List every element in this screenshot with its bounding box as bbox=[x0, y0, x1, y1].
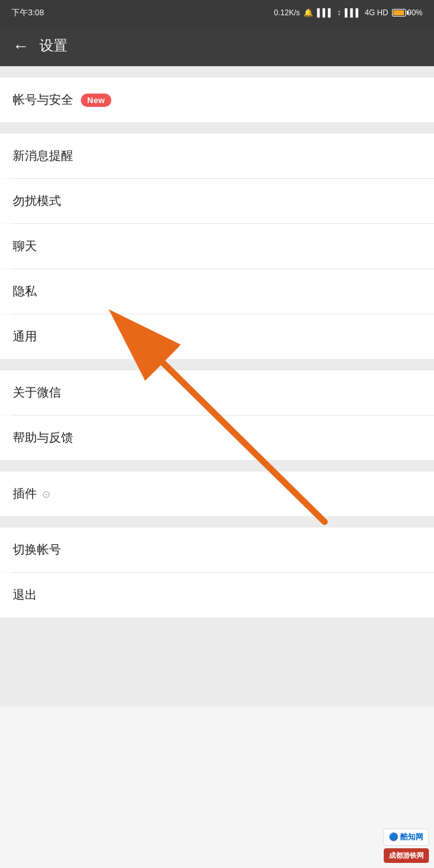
watermark-logo1: 🔵 酷知网 bbox=[383, 829, 429, 846]
back-button[interactable]: ← bbox=[13, 38, 29, 54]
switch-account-label: 切换帐号 bbox=[13, 542, 61, 558]
about-label: 关于微信 bbox=[13, 384, 61, 401]
watermark-area: 🔵 酷知网 成都游铁网 bbox=[378, 823, 434, 868]
menu-item-help[interactable]: 帮助与反馈 bbox=[0, 416, 434, 460]
plugins-label: 插件 bbox=[13, 486, 37, 502]
new-message-label: 新消息提醒 bbox=[13, 148, 73, 164]
account-security-label: 帐号与安全 bbox=[13, 92, 73, 108]
signal-icon: ▌▌▌ bbox=[317, 8, 333, 17]
menu-item-plugins[interactable]: 插件 ⊙ bbox=[0, 472, 434, 516]
section-divider-2 bbox=[0, 359, 434, 370]
signal-icon3: ▌▌▌ bbox=[345, 8, 361, 17]
menu-item-chat[interactable]: 聊天 bbox=[0, 224, 434, 269]
menu-item-general[interactable]: 通用 bbox=[0, 314, 434, 359]
chat-label: 聊天 bbox=[13, 238, 37, 255]
nav-bar: ← 设置 bbox=[0, 25, 434, 66]
battery-percent: 90% bbox=[407, 8, 423, 17]
group-account-actions: 切换帐号 退出 bbox=[0, 528, 434, 617]
menu-item-dnd[interactable]: 勿扰模式 bbox=[0, 179, 434, 223]
menu-item-account-security[interactable]: 帐号与安全 New bbox=[0, 78, 434, 122]
page-wrapper: 下午3:08 0.12K/s 🔔 ▌▌▌ ↕ ▌▌▌ 4G HD 90% ← 设… bbox=[0, 0, 434, 868]
section-divider-3 bbox=[0, 460, 434, 472]
watermark-logo1-text: 🔵 酷知网 bbox=[389, 832, 423, 843]
menu-item-logout[interactable]: 退出 bbox=[0, 573, 434, 617]
network-type: 4G HD bbox=[365, 8, 388, 17]
dnd-label: 勿扰模式 bbox=[13, 193, 61, 209]
network-speed: 0.12K/s bbox=[274, 8, 300, 17]
privacy-label: 隐私 bbox=[13, 283, 37, 300]
help-label: 帮助与反馈 bbox=[13, 430, 73, 446]
group-about: 关于微信 帮助与反馈 bbox=[0, 370, 434, 460]
watermark-logo2-text: 成都游铁网 bbox=[389, 851, 424, 860]
status-time: 下午3:08 bbox=[11, 7, 44, 18]
page-title: 设置 bbox=[39, 36, 67, 55]
new-badge: New bbox=[81, 94, 111, 107]
watermark-logo2: 成都游铁网 bbox=[384, 848, 429, 863]
status-bar: 下午3:08 0.12K/s 🔔 ▌▌▌ ↕ ▌▌▌ 4G HD 90% bbox=[0, 0, 434, 25]
group-plugins: 插件 ⊙ bbox=[0, 472, 434, 516]
section-divider-bottom bbox=[0, 617, 434, 706]
general-label: 通用 bbox=[13, 328, 37, 345]
logout-label: 退出 bbox=[13, 587, 37, 603]
status-right: 0.12K/s 🔔 ▌▌▌ ↕ ▌▌▌ 4G HD 90% bbox=[274, 8, 423, 17]
section-divider-top bbox=[0, 66, 434, 78]
plugin-icon: ⊙ bbox=[42, 488, 50, 500]
menu-item-new-message[interactable]: 新消息提醒 bbox=[0, 134, 434, 178]
battery-indicator: 90% bbox=[392, 8, 423, 17]
notification-icon: 🔔 bbox=[304, 8, 313, 17]
menu-item-switch-account[interactable]: 切换帐号 bbox=[0, 528, 434, 572]
section-divider-4 bbox=[0, 516, 434, 528]
group-notifications: 新消息提醒 勿扰模式 聊天 隐私 通用 bbox=[0, 134, 434, 359]
section-divider-1 bbox=[0, 122, 434, 134]
signal-icon2: ↕ bbox=[337, 8, 341, 17]
menu-item-about[interactable]: 关于微信 bbox=[0, 370, 434, 415]
group-account: 帐号与安全 New bbox=[0, 78, 434, 122]
menu-item-privacy[interactable]: 隐私 bbox=[0, 269, 434, 314]
